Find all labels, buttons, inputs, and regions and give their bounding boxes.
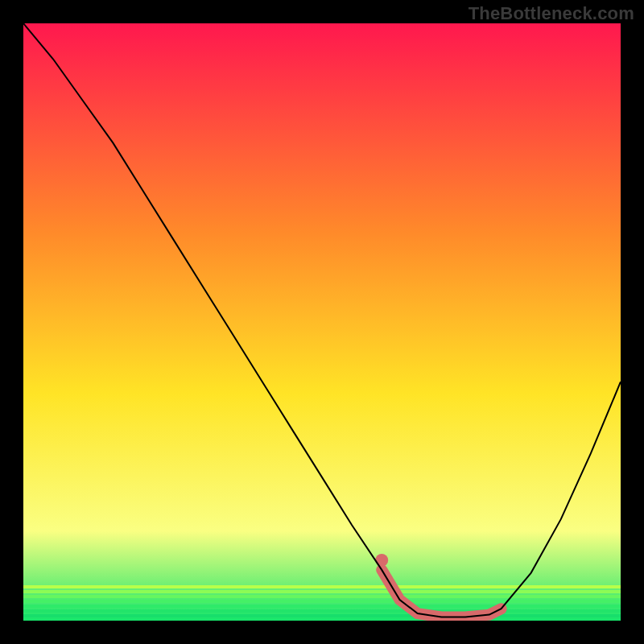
svg-rect-3 (23, 600, 621, 603)
chart-svg (23, 23, 621, 621)
watermark-text: TheBottleneck.com (469, 3, 634, 24)
svg-rect-0 (23, 585, 621, 588)
optimal-anchor-dot (375, 554, 388, 567)
svg-rect-2 (23, 595, 621, 598)
heatmap-background (23, 23, 621, 621)
svg-rect-1 (23, 590, 621, 593)
plot-area (23, 23, 621, 621)
svg-rect-6 (23, 614, 621, 617)
green-striations (23, 585, 621, 617)
svg-rect-5 (23, 609, 621, 613)
chart-frame: TheBottleneck.com (0, 0, 644, 644)
svg-rect-4 (23, 605, 621, 608)
